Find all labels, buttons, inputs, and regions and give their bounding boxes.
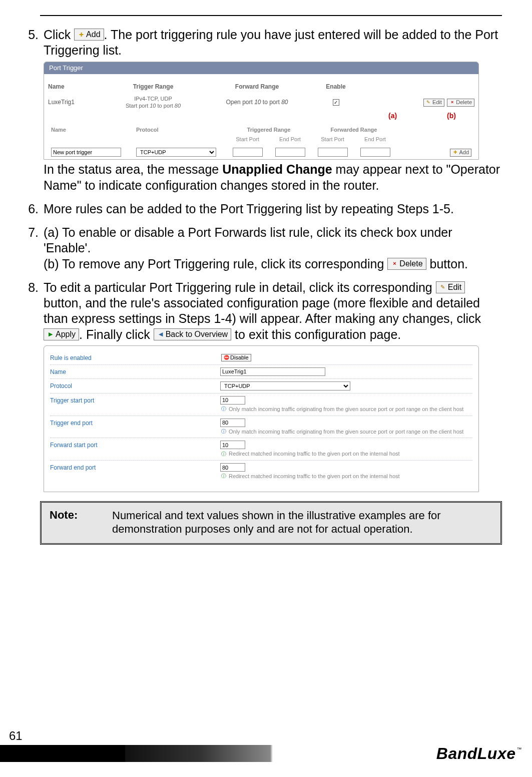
detail-fstart-input[interactable] <box>220 441 245 449</box>
note-box: Note: Numerical and text values shown in… <box>40 501 502 545</box>
step5-post: . The port triggering rule you have just… <box>44 28 498 57</box>
row-forward: Open port 10 to port 80 <box>203 99 311 106</box>
detail-fstart-label: Forward start port <box>50 441 220 458</box>
port-trigger-panel: Port Trigger Name Trigger Range Forward … <box>44 62 479 160</box>
trademark: ™ <box>517 746 522 752</box>
sub-col-fwd-range: Forwarded Range <box>311 127 396 134</box>
detail-fend-input[interactable] <box>220 463 245 472</box>
col-forward: Forward Range <box>203 83 311 91</box>
col-enable: Enable <box>311 83 361 91</box>
detail-tend-label: Trigger end port <box>50 419 220 436</box>
info-icon: ⓘ <box>220 473 227 480</box>
detail-protocol-select[interactable]: TCP+UDP <box>220 381 350 391</box>
sub-col-trig-start: Start Port <box>226 136 269 143</box>
info-icon: ⓘ <box>220 429 227 435</box>
step5b-b: Unapplied Change <box>222 162 332 176</box>
step7-b1: (b) To remove any Port Triggering rule, … <box>44 257 387 271</box>
row-delete-button[interactable]: ×Delete <box>447 99 474 107</box>
enable-checkbox[interactable]: ✓ <box>333 99 339 106</box>
new-fwd-end-input[interactable] <box>360 148 390 157</box>
annotation-a: (a) <box>388 112 397 121</box>
delete-icon: × <box>449 100 455 105</box>
note-label: Note: <box>50 509 112 536</box>
detail-tend-input[interactable] <box>220 419 245 427</box>
detail-name-label: Name <box>50 367 220 376</box>
add-icon: ✚ <box>78 31 85 38</box>
rule-detail-panel: Rule is enabled ⛔Disable Name Protocol T… <box>44 345 479 492</box>
detail-tstart-hint: Only match incoming traffic originating … <box>229 406 463 413</box>
footer: 61 BandLuxe™ <box>0 729 532 762</box>
edit-icon: ✎ <box>439 284 446 291</box>
detail-fend-label: Forward end port <box>50 463 220 480</box>
rule-enabled-label: Rule is enabled <box>50 353 220 362</box>
row-enable: ✓ <box>311 99 361 106</box>
step8-d: to exit this configuration page. <box>235 327 401 341</box>
detail-name-input[interactable] <box>220 367 325 376</box>
step5b-a: In the status area, the message <box>44 162 222 176</box>
new-trig-start-input[interactable] <box>233 148 263 157</box>
info-icon: ⓘ <box>220 451 227 457</box>
annotation-b: (b) <box>447 112 456 121</box>
step8-c: . Finally click <box>79 327 154 341</box>
detail-fend-hint: Redirect matched incoming traffic to the… <box>229 473 400 480</box>
detail-tend-hint: Only match incoming traffic originating … <box>229 429 463 436</box>
delete-button[interactable]: ×Delete <box>387 258 426 270</box>
step8-a: To edit a particular Port Triggering rul… <box>44 280 436 294</box>
step5-num: 5. <box>23 27 44 193</box>
new-trig-end-input[interactable] <box>275 148 305 157</box>
note-text: Numerical and text values shown in the i… <box>112 509 492 536</box>
sub-col-fwd-end: End Port <box>354 136 396 143</box>
row-trigger: IPv4-TCP, UDP Start port 10 to port 80 <box>103 96 203 110</box>
sub-col-fwd-start: Start Port <box>311 136 354 143</box>
info-icon: ⓘ <box>220 406 227 413</box>
edit-icon: ✎ <box>426 100 431 105</box>
step7-b2: button. <box>430 257 468 271</box>
row-edit-button[interactable]: ✎Edit <box>423 99 444 107</box>
step7-num: 7. <box>23 225 44 272</box>
delete-icon: × <box>391 260 398 267</box>
disable-icon: ⛔ <box>224 355 229 360</box>
sub-col-protocol: Protocol <box>136 127 226 134</box>
new-trigger-add-button[interactable]: ✚Add <box>450 149 471 157</box>
col-trigger: Trigger Range <box>103 83 203 91</box>
step6-text: More rules can be added to the Port Trig… <box>44 201 502 217</box>
disable-button[interactable]: ⛔Disable <box>221 354 251 362</box>
add-icon: ✚ <box>452 150 458 155</box>
add-button[interactable]: ✚ Add <box>74 29 104 41</box>
edit-button[interactable]: ✎Edit <box>436 281 465 293</box>
brand-logo: BandLuxe™ <box>436 744 522 763</box>
detail-protocol-label: Protocol <box>50 381 220 391</box>
port-trigger-title: Port Trigger <box>44 62 478 74</box>
step5-pre: Click <box>44 28 74 42</box>
back-icon: ◀ <box>157 331 164 338</box>
sub-col-trig-range: Triggered Range <box>226 127 311 134</box>
new-trigger-protocol-select[interactable]: TCP+UDP <box>136 148 216 157</box>
new-trigger-name-input[interactable] <box>51 148 121 157</box>
add-button-label: Add <box>86 30 100 40</box>
step8-num: 8. <box>23 280 44 492</box>
row-name: LuxeTrig1 <box>48 99 103 106</box>
detail-fstart-hint: Redirect matched incoming traffic to the… <box>229 451 400 458</box>
step7-a: (a) To enable or disable a Port Forwards… <box>44 225 502 256</box>
sub-col-trig-end: End Port <box>269 136 311 143</box>
col-name: Name <box>48 83 103 91</box>
step6-num: 6. <box>23 201 44 217</box>
sub-col-name: Name <box>51 127 136 134</box>
apply-icon: ▶ <box>47 331 54 338</box>
apply-button[interactable]: ▶Apply <box>44 328 79 340</box>
new-fwd-start-input[interactable] <box>318 148 348 157</box>
page-number: 61 <box>0 729 532 743</box>
detail-tstart-label: Trigger start port <box>50 396 220 413</box>
back-button[interactable]: ◀Back to Overview <box>154 328 231 340</box>
detail-tstart-input[interactable] <box>220 396 245 405</box>
step8-b: button, and the rule's associated config… <box>44 296 481 325</box>
